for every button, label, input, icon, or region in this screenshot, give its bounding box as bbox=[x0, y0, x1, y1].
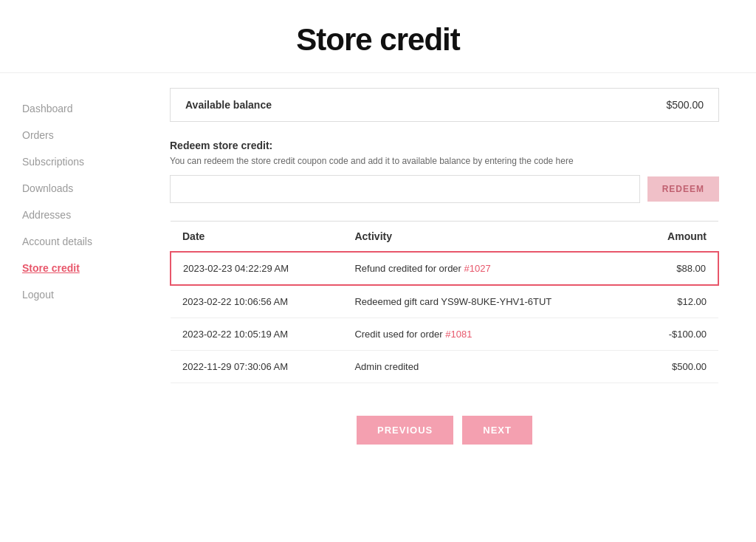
order-link[interactable]: #1081 bbox=[445, 329, 472, 340]
sidebar-item-orders[interactable]: Orders bbox=[22, 122, 155, 148]
next-button[interactable]: NEXT bbox=[462, 416, 532, 445]
sidebar-item-dashboard[interactable]: Dashboard bbox=[22, 95, 155, 122]
page-title: Store credit bbox=[0, 22, 756, 58]
table-header-row: Date Activity Amount bbox=[171, 222, 718, 253]
col-header-date: Date bbox=[171, 222, 343, 253]
table-row: 2023-02-23 04:22:29 AMRefund credited fo… bbox=[171, 252, 718, 285]
table-row: 2022-11-29 07:30:06 AMAdmin credited$500… bbox=[171, 351, 718, 383]
sidebar-item-downloads[interactable]: Downloads bbox=[22, 175, 155, 202]
sidebar-item-subscriptions[interactable]: Subscriptions bbox=[22, 148, 155, 175]
cell-activity: Refund credited for order #1027 bbox=[343, 252, 635, 285]
cell-amount: $500.00 bbox=[635, 351, 718, 383]
cell-date: 2023-02-22 10:06:56 AM bbox=[171, 285, 343, 318]
balance-label: Available balance bbox=[185, 99, 272, 111]
sidebar-item-store-credit[interactable]: Store credit bbox=[22, 255, 155, 281]
redeem-input[interactable] bbox=[170, 175, 640, 203]
redeem-row: REDEEM bbox=[170, 175, 719, 203]
redeem-title: Redeem store credit: bbox=[170, 140, 719, 151]
transactions-table: Date Activity Amount 2023-02-23 04:22:29… bbox=[170, 221, 719, 383]
redeem-section: Redeem store credit: You can redeem the … bbox=[170, 140, 719, 203]
col-header-amount: Amount bbox=[635, 222, 718, 253]
page-wrapper: Store credit Dashboard Orders Subscripti… bbox=[0, 0, 756, 542]
main-content: Available balance $500.00 Redeem store c… bbox=[155, 88, 734, 527]
page-title-area: Store credit bbox=[0, 0, 756, 73]
cell-amount: $88.00 bbox=[635, 252, 718, 285]
order-link[interactable]: #1027 bbox=[464, 263, 491, 274]
previous-button[interactable]: PREVIOUS bbox=[357, 416, 453, 445]
redeem-description: You can redeem the store credit coupon c… bbox=[170, 156, 719, 166]
balance-amount: $500.00 bbox=[666, 99, 704, 111]
col-header-activity: Activity bbox=[343, 222, 635, 253]
sidebar-item-account-details[interactable]: Account details bbox=[22, 228, 155, 255]
cell-activity: Admin credited bbox=[343, 351, 635, 383]
table-row: 2023-02-22 10:06:56 AMRedeemed gift card… bbox=[171, 285, 718, 318]
sidebar-item-addresses[interactable]: Addresses bbox=[22, 202, 155, 228]
sidebar: Dashboard Orders Subscriptions Downloads… bbox=[22, 88, 155, 527]
cell-amount: $12.00 bbox=[635, 285, 718, 318]
table-row: 2023-02-22 10:05:19 AMCredit used for or… bbox=[171, 318, 718, 351]
cell-activity: Credit used for order #1081 bbox=[343, 318, 635, 351]
cell-date: 2023-02-22 10:05:19 AM bbox=[171, 318, 343, 351]
cell-activity: Redeemed gift card YS9W-8UKE-YHV1-6TUT bbox=[343, 285, 635, 318]
pagination: PREVIOUS NEXT bbox=[170, 401, 719, 467]
redeem-button[interactable]: REDEEM bbox=[647, 176, 719, 202]
cell-amount: -$100.00 bbox=[635, 318, 718, 351]
content-area: Dashboard Orders Subscriptions Downloads… bbox=[0, 73, 756, 542]
cell-date: 2023-02-23 04:22:29 AM bbox=[171, 252, 343, 285]
sidebar-item-logout[interactable]: Logout bbox=[22, 281, 155, 308]
balance-box: Available balance $500.00 bbox=[170, 88, 719, 122]
cell-date: 2022-11-29 07:30:06 AM bbox=[171, 351, 343, 383]
